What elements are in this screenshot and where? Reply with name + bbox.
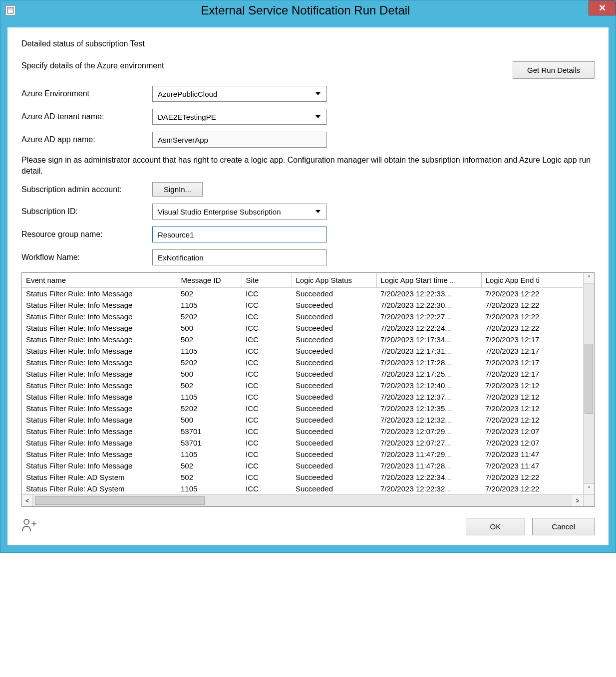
cell-mid: 1105 — [177, 391, 242, 403]
cell-event: Status Filter Rule: Info Message — [22, 380, 177, 391]
scroll-right-icon[interactable]: > — [572, 495, 583, 506]
cell-event: Status Filter Rule: Info Message — [22, 299, 177, 311]
vscroll-track[interactable] — [584, 284, 594, 483]
cell-mid: 502 — [177, 460, 242, 471]
cell-event: Status Filter Rule: Info Message — [22, 449, 177, 460]
cell-mid: 502 — [177, 471, 242, 483]
specify-label: Specify details of the Azure environment — [21, 61, 164, 70]
workflow-name-value: ExNotification — [158, 253, 204, 262]
table-row[interactable]: Status Filter Rule: Info Message500ICCSu… — [22, 414, 594, 426]
table-row[interactable]: Status Filter Rule: Info Message500ICCSu… — [22, 368, 594, 380]
workflow-name-label: Workflow Name: — [21, 253, 152, 262]
tenant-label: Azure AD tenant name: — [21, 112, 152, 121]
get-run-details-button[interactable]: Get Run Details — [513, 61, 595, 79]
signin-button[interactable]: SignIn... — [152, 182, 203, 197]
col-start-time[interactable]: Logic App Start time ... — [376, 273, 481, 288]
vscroll-thumb[interactable] — [585, 344, 593, 414]
cell-site: ICC — [242, 437, 292, 449]
cell-start: 7/20/2023 12:07:29... — [376, 426, 481, 437]
cell-mid: 5202 — [177, 357, 242, 368]
table-row[interactable]: Status Filter Rule: Info Message1105ICCS… — [22, 345, 594, 357]
cell-start: 7/20/2023 12:12:32... — [376, 414, 481, 426]
table-row[interactable]: Status Filter Rule: Info Message53701ICC… — [22, 426, 594, 437]
resource-group-field[interactable]: Resource1 — [152, 226, 327, 242]
col-message-id[interactable]: Message ID — [177, 273, 242, 288]
cell-mid: 502 — [177, 288, 242, 300]
azure-env-value: AzurePublicCloud — [158, 90, 217, 98]
table-row[interactable]: Status Filter Rule: Info Message5202ICCS… — [22, 403, 594, 414]
cell-end: 7/20/2023 12:17 — [481, 334, 594, 345]
cell-status: Succeeded — [292, 299, 376, 311]
table-row[interactable]: Status Filter Rule: Info Message5202ICCS… — [22, 311, 594, 322]
hscroll-track[interactable] — [33, 495, 572, 506]
hscroll-thumb[interactable] — [35, 496, 205, 505]
cell-end: 7/20/2023 12:17 — [481, 357, 594, 368]
cell-end: 7/20/2023 11:47 — [481, 449, 594, 460]
table-row[interactable]: Status Filter Rule: Info Message502ICCSu… — [22, 288, 594, 300]
cell-event: Status Filter Rule: Info Message — [22, 288, 177, 300]
table-row[interactable]: Status Filter Rule: Info Message502ICCSu… — [22, 334, 594, 345]
cell-mid: 1105 — [177, 449, 242, 460]
vertical-scrollbar[interactable]: ˄ ˅ — [583, 273, 594, 494]
cell-start: 7/20/2023 12:17:28... — [376, 357, 481, 368]
cell-status: Succeeded — [292, 414, 376, 426]
col-status[interactable]: Logic App Status — [292, 273, 376, 288]
table-row[interactable]: Status Filter Rule: Info Message5202ICCS… — [22, 357, 594, 368]
scroll-corner — [583, 495, 594, 506]
cell-site: ICC — [242, 403, 292, 414]
table-row[interactable]: Status Filter Rule: AD System1105ICCSucc… — [22, 483, 594, 494]
cell-end: 7/20/2023 12:12 — [481, 380, 594, 391]
table-row[interactable]: Status Filter Rule: Info Message500ICCSu… — [22, 322, 594, 334]
col-event-name[interactable]: Event name — [22, 273, 177, 288]
cell-status: Succeeded — [292, 345, 376, 357]
titlebar: External Service Notification Run Detail… — [0, 0, 616, 20]
cell-event: Status Filter Rule: Info Message — [22, 357, 177, 368]
cell-mid: 5202 — [177, 403, 242, 414]
resource-group-label: Resource group name: — [21, 230, 152, 239]
table-body: Status Filter Rule: Info Message502ICCSu… — [22, 288, 594, 495]
resource-group-value: Resource1 — [158, 230, 194, 239]
scroll-up-icon[interactable]: ˄ — [584, 273, 594, 284]
cell-start: 7/20/2023 12:22:27... — [376, 311, 481, 322]
cell-site: ICC — [242, 391, 292, 403]
cell-end: 7/20/2023 12:12 — [481, 414, 594, 426]
cancel-button[interactable]: Cancel — [532, 518, 595, 535]
close-button[interactable]: ✕ — [589, 0, 616, 15]
admin-account-label: Subscription admin account: — [21, 185, 152, 194]
cell-site: ICC — [242, 414, 292, 426]
window-title: External Service Notification Run Detail — [15, 3, 596, 17]
table-row[interactable]: Status Filter Rule: Info Message1105ICCS… — [22, 391, 594, 403]
cell-status: Succeeded — [292, 391, 376, 403]
svg-rect-0 — [7, 7, 13, 13]
ok-button[interactable]: OK — [466, 518, 526, 535]
cell-mid: 500 — [177, 414, 242, 426]
cell-start: 7/20/2023 12:12:35... — [376, 403, 481, 414]
cell-end: 7/20/2023 12:22 — [481, 288, 594, 300]
cell-start: 7/20/2023 11:47:28... — [376, 460, 481, 471]
horizontal-scrollbar[interactable]: < > — [22, 494, 594, 506]
scroll-left-icon[interactable]: < — [22, 495, 33, 506]
table-row[interactable]: Status Filter Rule: Info Message502ICCSu… — [22, 380, 594, 391]
cell-site: ICC — [242, 460, 292, 471]
col-end-time[interactable]: Logic App End ti — [481, 273, 594, 288]
cell-status: Succeeded — [292, 403, 376, 414]
chevron-down-icon — [315, 210, 320, 213]
table-row[interactable]: Status Filter Rule: Info Message53701ICC… — [22, 437, 594, 449]
cell-mid: 500 — [177, 368, 242, 380]
cell-end: 7/20/2023 12:22 — [481, 322, 594, 334]
table-row[interactable]: Status Filter Rule: AD System502ICCSucce… — [22, 471, 594, 483]
table-row[interactable]: Status Filter Rule: Info Message502ICCSu… — [22, 460, 594, 471]
tenant-select[interactable]: DAE2ETestingPE — [152, 109, 327, 125]
table-row[interactable]: Status Filter Rule: Info Message1105ICCS… — [22, 449, 594, 460]
cell-status: Succeeded — [292, 288, 376, 300]
col-site[interactable]: Site — [242, 273, 292, 288]
scroll-down-icon[interactable]: ˅ — [584, 483, 594, 494]
cell-mid: 1105 — [177, 483, 242, 494]
cell-start: 7/20/2023 12:22:34... — [376, 471, 481, 483]
cell-site: ICC — [242, 483, 292, 494]
azure-env-select[interactable]: AzurePublicCloud — [152, 86, 327, 102]
table-row[interactable]: Status Filter Rule: Info Message1105ICCS… — [22, 299, 594, 311]
dialog-window: External Service Notification Run Detail… — [0, 0, 616, 553]
subscription-id-select[interactable]: Visual Studio Enterprise Subscription — [152, 204, 327, 220]
workflow-name-field[interactable]: ExNotification — [152, 249, 327, 265]
